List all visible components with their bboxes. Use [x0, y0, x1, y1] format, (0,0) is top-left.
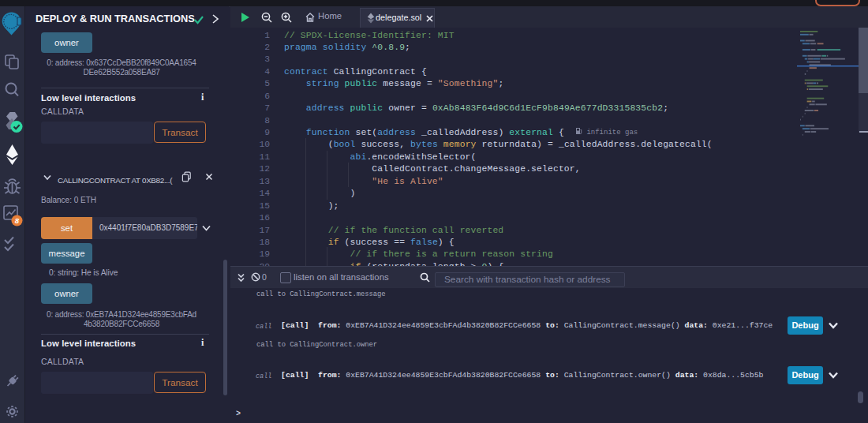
svg-text:8: 8: [15, 216, 20, 225]
